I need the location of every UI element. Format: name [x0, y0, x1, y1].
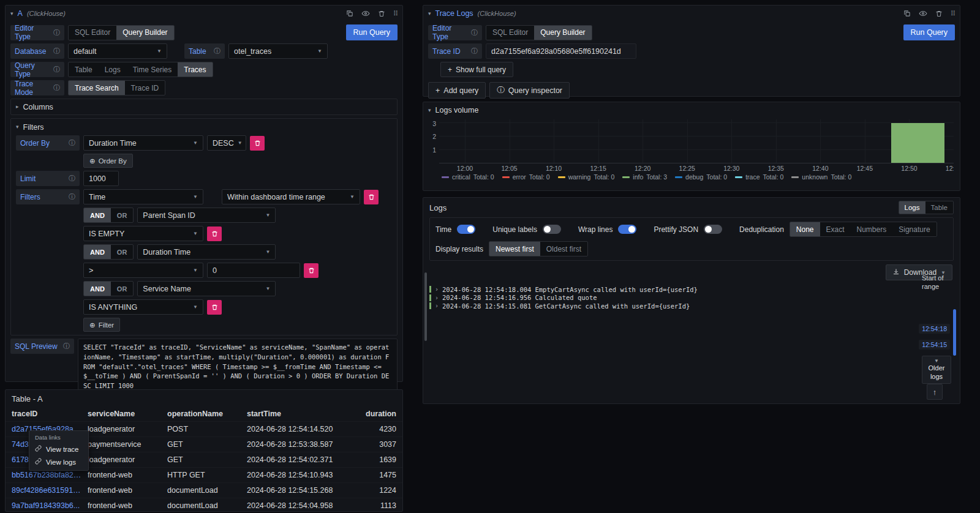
editor-type-query-builder[interactable]: Query Builder	[116, 26, 173, 40]
condition-operator-select[interactable]: IS ANYTHING▼	[83, 299, 203, 315]
newest-first-option[interactable]: Newest first	[489, 242, 540, 256]
scroll-to-top-button[interactable]: ↑	[927, 384, 943, 400]
add-filter-button[interactable]: ⊕Filter	[83, 318, 120, 332]
condition-field-select[interactable]: Duration Time▼	[137, 244, 276, 260]
condition-operator-select[interactable]: >▼	[83, 263, 203, 278]
prettify-json-toggle[interactable]	[704, 225, 722, 234]
remove-query-trash-icon[interactable]	[378, 10, 385, 18]
trace-id-input[interactable]	[486, 43, 636, 59]
expand-log-icon[interactable]: ›	[435, 286, 439, 293]
drag-handle-icon[interactable]: ⠿	[951, 10, 955, 18]
run-query-button[interactable]: Run Query	[903, 24, 955, 40]
logs-scrollbar[interactable]	[953, 309, 956, 356]
column-header-servicename[interactable]: serviceName	[88, 410, 167, 418]
query-ref-id[interactable]: Trace Logs	[435, 9, 473, 18]
log-row[interactable]: ›2024-06-28 12:54:16.956Calculated quote	[429, 294, 923, 302]
legend-item[interactable]: infoTotal: 3	[622, 173, 667, 181]
query-ref-id[interactable]: A	[18, 9, 23, 18]
oldest-first-option[interactable]: Oldest first	[540, 242, 587, 256]
duplicate-query-icon[interactable]	[346, 10, 353, 17]
query-type-table[interactable]: Table	[69, 62, 99, 77]
query-type-logs[interactable]: Logs	[99, 62, 127, 77]
filter-time-range-select[interactable]: Within dashboard time range▼	[222, 189, 360, 204]
hide-query-eye-icon[interactable]	[919, 9, 927, 18]
legend-item[interactable]: unknownTotal: 0	[791, 173, 851, 181]
wrap-lines-toggle[interactable]	[618, 225, 636, 234]
legend-item[interactable]: errorTotal: 0	[502, 173, 550, 181]
rail-timestamp[interactable]: 12:54:18	[919, 324, 950, 334]
join-or[interactable]: OR	[111, 208, 134, 222]
trace-mode-trace-id[interactable]: Trace ID	[125, 81, 165, 95]
query-type-time-series[interactable]: Time Series	[127, 62, 178, 77]
order-by-field-select[interactable]: Duration Time▼	[83, 135, 203, 151]
add-query-button[interactable]: +Add query	[428, 82, 486, 99]
join-or[interactable]: OR	[111, 245, 134, 259]
show-full-query-button[interactable]: +Show full query	[440, 62, 513, 77]
log-row[interactable]: ›2024-06-28 12:54:15.081GetCartAsync cal…	[429, 302, 923, 310]
trace-id-link[interactable]: bb5167b238bfa82d1...	[12, 471, 88, 479]
remove-condition-button[interactable]	[207, 227, 222, 241]
legend-item[interactable]: warningTotal: 0	[558, 173, 615, 181]
collapse-chevron-icon[interactable]: ▾	[428, 11, 431, 17]
editor-type-sql-editor[interactable]: SQL Editor	[69, 26, 116, 40]
join-or[interactable]: OR	[111, 282, 134, 296]
log-left-scrollbar[interactable]	[424, 272, 427, 341]
drag-handle-icon[interactable]: ⠿	[393, 10, 398, 18]
older-logs-button[interactable]: ▼ Older logs	[922, 356, 951, 384]
limit-input[interactable]	[83, 171, 119, 186]
hide-query-eye-icon[interactable]	[361, 9, 370, 18]
duplicate-query-icon[interactable]	[903, 10, 911, 17]
view-logs-menu-item[interactable]: View logs	[29, 455, 88, 468]
query-type-traces[interactable]: Traces	[178, 62, 212, 77]
dedup-signature[interactable]: Signature	[892, 222, 936, 236]
logs-volume-header[interactable]: ▾ Logs volume	[423, 102, 960, 118]
columns-section-header[interactable]: ▸Columns	[16, 102, 392, 112]
view-logs-option[interactable]: Logs	[899, 201, 925, 214]
column-header-starttime[interactable]: startTime	[247, 410, 352, 418]
filters-section-header[interactable]: ▾Filters	[16, 122, 392, 132]
column-header-operationname[interactable]: operationName	[167, 410, 247, 418]
time-toggle[interactable]	[457, 225, 475, 234]
remove-query-trash-icon[interactable]	[935, 10, 943, 18]
editor-type-query-builder[interactable]: Query Builder	[534, 26, 591, 40]
unique-labels-toggle[interactable]	[543, 225, 561, 234]
editor-type-sql-editor[interactable]: SQL Editor	[486, 26, 534, 40]
remove-condition-button[interactable]	[207, 300, 222, 315]
dedup-exact[interactable]: Exact	[820, 222, 851, 236]
condition-field-select[interactable]: Parent Span ID▼	[137, 208, 276, 223]
trace-mode-trace-search[interactable]: Trace Search	[69, 81, 125, 95]
remove-filter-button[interactable]	[364, 190, 379, 204]
database-select[interactable]: default▼	[68, 43, 167, 59]
rail-timestamp[interactable]: 12:54:15	[919, 340, 950, 350]
remove-order-by-button[interactable]	[250, 136, 265, 151]
filter-field-select[interactable]: Time▼	[83, 189, 203, 204]
remove-condition-button[interactable]	[304, 263, 318, 278]
condition-field-select[interactable]: Service Name▼	[137, 281, 276, 296]
view-trace-menu-item[interactable]: View trace	[29, 443, 88, 455]
table-select[interactable]: otel_traces▼	[228, 43, 328, 59]
trace-id-link[interactable]: 9a7baf9184393b6...	[12, 501, 88, 510]
condition-operator-select[interactable]: IS EMPTY▼	[83, 226, 203, 241]
expand-log-icon[interactable]: ›	[435, 302, 439, 309]
legend-item[interactable]: traceTotal: 0	[735, 173, 783, 181]
run-query-button[interactable]: Run Query	[346, 24, 398, 40]
join-and[interactable]: AND	[84, 282, 111, 296]
query-inspector-button[interactable]: ⓘQuery inspector	[489, 82, 570, 99]
dedup-none[interactable]: None	[790, 222, 820, 236]
join-and[interactable]: AND	[84, 208, 111, 222]
column-header-duration[interactable]: duration	[352, 410, 396, 418]
log-row[interactable]: ›2024-06-28 12:54:18.004EmptyCartAsync c…	[429, 285, 923, 294]
legend-item[interactable]: debugTotal: 0	[675, 173, 727, 181]
expand-log-icon[interactable]: ›	[435, 294, 439, 301]
trace-id-link[interactable]: 89cf4286e631591b4...	[12, 486, 88, 495]
order-by-direction-select[interactable]: DESC▼	[207, 135, 246, 151]
legend-item[interactable]: criticalTotal: 0	[442, 173, 494, 181]
plus-icon: +	[435, 86, 440, 95]
column-header-traceid[interactable]: traceID	[12, 410, 88, 418]
condition-value-input[interactable]	[207, 263, 300, 278]
view-table-option[interactable]: Table	[925, 201, 954, 214]
collapse-chevron-icon[interactable]: ▾	[10, 11, 13, 17]
add-order-by-button[interactable]: ⊕Order By	[83, 154, 133, 168]
dedup-numbers[interactable]: Numbers	[851, 222, 893, 236]
join-and[interactable]: AND	[84, 245, 111, 259]
